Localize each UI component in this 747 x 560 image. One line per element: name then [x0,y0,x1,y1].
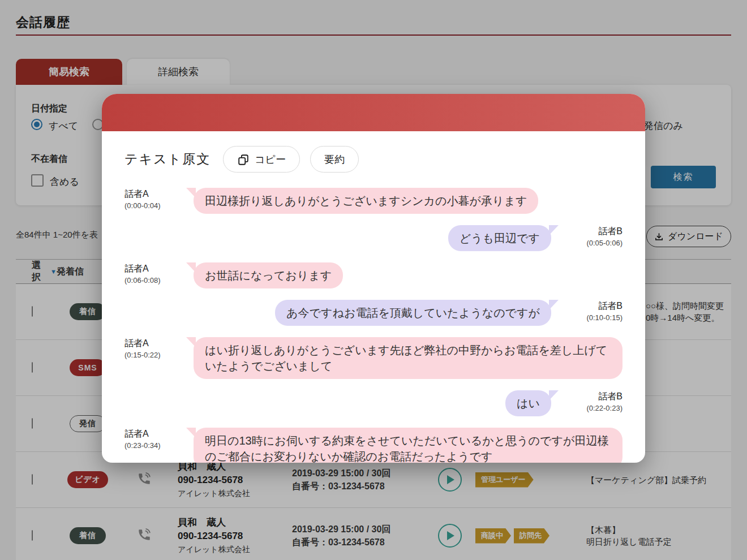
speaker-label: 話者B(0:10-0:15) [559,300,622,323]
chat-bubble: 明日の13時にお伺いする約束をさせていただいているかと思うのですが田辺様のご都合… [194,428,622,463]
chat-bubble: はい折り返しありがとうございます先ほど弊社の中野からお電話を差し上げていたようで… [194,337,622,379]
speaker-time: (0:22-0:23) [559,403,622,413]
chat-message: 話者A(0:06-0:08)お世話になっております [124,262,622,288]
speaker-name: 話者A [124,188,194,200]
speaker-name: 話者A [124,428,194,440]
modal-header-band [102,94,645,131]
speaker-time: (0:23-0:34) [124,440,194,451]
copy-button[interactable]: コピー [223,146,300,173]
speaker-time: (0:06-0:08) [124,275,194,286]
speaker-label: 話者A(0:23-0:34) [124,428,194,451]
chat-message: 話者A(0:00-0:04)田辺様折り返しありがとうございますシンカの小暮が承り… [124,188,622,214]
chat-bubble: どうも田辺です [448,225,551,251]
speaker-name: 話者A [124,262,194,275]
chat-message: はい話者B(0:22-0:23) [124,390,622,416]
chat-message: 話者A(0:15-0:22)はい折り返しありがとうございます先ほど弊社の中野から… [124,337,622,379]
speaker-time: (0:15-0:22) [124,350,194,360]
chat-bubble: あ今ですねお電話を頂戴していたようなのですが [275,300,551,326]
modal-title: テキスト原文 [124,150,211,168]
speaker-label: 話者A(0:06-0:08) [124,262,194,286]
chat-message: あ今ですねお電話を頂戴していたようなのですが話者B(0:10-0:15) [124,300,622,326]
chat-bubble: お世話になっております [194,262,343,288]
transcript-modal: テキスト原文 コピー 要約 話者A(0:00-0:04)田辺様折り返しありがとう… [102,94,645,463]
chat-message: 話者A(0:23-0:34)明日の13時にお伺いする約束をさせていただいているか… [124,428,622,463]
speaker-label: 話者A(0:15-0:22) [124,337,194,360]
speaker-name: 話者A [124,337,194,350]
chat-bubble: 田辺様折り返しありがとうございますシンカの小暮が承ります [194,188,538,214]
speaker-name: 話者B [559,300,622,312]
speaker-label: 話者B(0:05-0:06) [559,225,622,248]
speaker-label: 話者A(0:00-0:04) [124,188,194,211]
speaker-time: (0:10-0:15) [559,312,622,323]
summary-button[interactable]: 要約 [310,146,359,173]
chat-bubble: はい [505,390,551,416]
speaker-name: 話者B [559,390,622,403]
chat-message: どうも田辺です話者B(0:05-0:06) [124,225,622,251]
speaker-time: (0:05-0:06) [559,238,622,248]
speaker-label: 話者B(0:22-0:23) [559,390,622,413]
speaker-time: (0:00-0:04) [124,200,194,211]
transcript-chat: 話者A(0:00-0:04)田辺様折り返しありがとうございますシンカの小暮が承り… [102,173,645,463]
speaker-name: 話者B [559,225,622,238]
copy-icon [237,153,250,166]
screen: 会話履歴 簡易検索 詳細検索 日付指定 すべて 発信のみ 不在着信 含める 検索… [0,0,747,560]
